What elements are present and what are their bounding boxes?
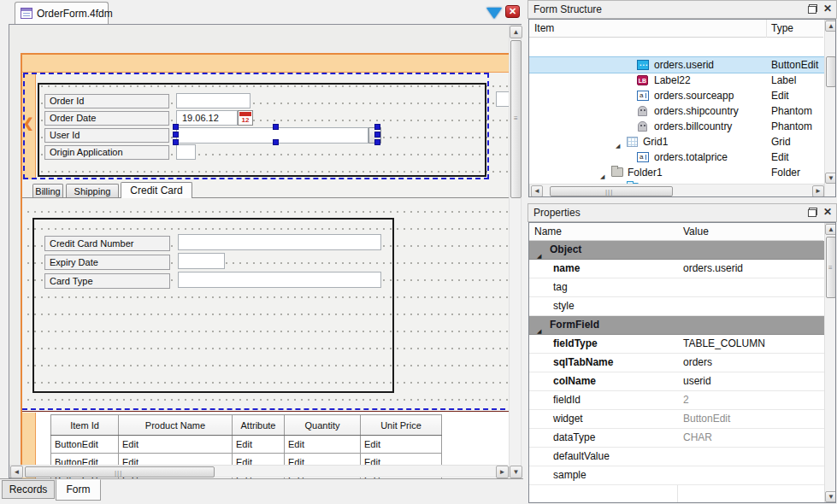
prop-row-sqltabname[interactable]: sqlTabName orders — [529, 354, 824, 372]
selection-handle-n[interactable] — [273, 124, 279, 130]
close-document-button[interactable]: ✕ — [505, 5, 520, 18]
col-quantity[interactable]: Quantity — [285, 415, 361, 436]
selection-handle-ne[interactable] — [374, 124, 380, 130]
prop-group-object[interactable]: ◢ Object — [529, 241, 824, 260]
page-tab-shipping[interactable]: Shipping — [66, 184, 119, 198]
col-attribute[interactable]: Attribute — [233, 415, 285, 436]
cell[interactable]: Edit — [119, 436, 233, 454]
tree-item-orders-totalprice[interactable]: a orders.totalprice Edit — [529, 149, 824, 165]
scroll-down-button[interactable]: ▼ — [510, 466, 522, 478]
col-type[interactable]: Type — [771, 22, 793, 34]
document-tabbar: OrderForm.4fdm ✕ — [0, 0, 523, 24]
scroll-up-button[interactable]: ▲ — [825, 224, 836, 235]
label-card-type[interactable]: Card Type — [44, 273, 170, 289]
col-value[interactable]: Value — [683, 226, 709, 237]
cell[interactable]: ButtonEdit — [51, 436, 119, 454]
tree-item-label22[interactable]: LB Label22 Label — [529, 73, 824, 88]
scroll-down-button[interactable]: ▼ — [825, 491, 836, 502]
prop-row-colname[interactable]: colName userid — [529, 372, 824, 391]
scroll-up-button[interactable]: ▲ — [510, 26, 522, 38]
prop-row-tag[interactable]: tag — [529, 278, 824, 297]
col-unit-price[interactable]: Unit Price — [361, 415, 442, 436]
tree-vscrollbar[interactable]: ▲ ▼ — [824, 20, 836, 197]
prop-row-defaultvalue[interactable]: defaultValue — [529, 448, 824, 466]
field-expiry-date[interactable] — [178, 253, 225, 269]
field-card-type[interactable] — [178, 272, 381, 288]
col-item-id[interactable]: Item Id — [51, 415, 119, 436]
properties-title: Properties — [533, 207, 581, 219]
prop-row-sample[interactable]: sample — [529, 466, 824, 485]
hscroll-thumb[interactable]: ||| — [25, 466, 215, 478]
selection-handle-w[interactable] — [173, 132, 179, 138]
selection-handle-e[interactable] — [374, 132, 380, 138]
page-tab-credit-card[interactable]: Credit Card — [121, 182, 192, 198]
col-item[interactable]: Item — [534, 22, 554, 34]
phantom-icon — [638, 106, 647, 116]
label-icon: LB — [637, 75, 648, 85]
items-table-header-row: Item Id Product Name Attribute Quantity … — [51, 415, 442, 436]
scroll-down-button[interactable]: ▼ — [825, 173, 836, 184]
phantom-icon — [638, 121, 647, 132]
selection-handle-s[interactable] — [273, 139, 279, 145]
scroll-right-button[interactable]: ► — [812, 185, 824, 197]
tree-item-grid1[interactable]: ◢ Grid1 Grid — [529, 134, 824, 149]
tree-item-folder1[interactable]: ◢ Folder1 Folder — [529, 165, 824, 180]
col-product-name[interactable]: Product Name — [119, 415, 233, 436]
close-panel-icon[interactable]: ✕ — [823, 4, 832, 14]
vscroll-thumb[interactable]: ≡ — [510, 40, 522, 198]
label-expiry-date[interactable]: Expiry Date — [44, 255, 170, 270]
scroll-left-button[interactable]: ◄ — [10, 466, 23, 478]
tree-hscrollbar[interactable]: ◄ ||| ► — [529, 184, 824, 197]
prop-row-widget[interactable]: widget ButtonEdit — [529, 410, 824, 429]
form-structure-tree[interactable]: Item Type orders.userid ButtonEdit LB La… — [528, 19, 836, 197]
cell[interactable]: Edit — [285, 436, 361, 454]
prop-row-fieldtype[interactable]: fieldType TABLE_COLUMN — [529, 335, 824, 354]
close-panel-icon[interactable]: ✕ — [823, 208, 832, 217]
properties-vscrollbar[interactable]: ▲ ≡ ▼ — [824, 223, 836, 502]
properties-titlebar: Properties ✕ — [528, 203, 837, 222]
prop-group-formfield[interactable]: ◢ FormField — [529, 316, 824, 335]
page-tab-billing[interactable]: Billing — [32, 184, 63, 198]
scroll-right-button[interactable]: ► — [496, 466, 509, 478]
tree-vscroll-thumb[interactable] — [826, 56, 836, 87]
scroll-up-button[interactable]: ▲ — [825, 21, 836, 32]
float-panel-icon[interactable] — [808, 208, 817, 217]
prop-row-fieldid[interactable]: fieldId 2 — [529, 391, 824, 410]
tab-records[interactable]: Records — [2, 480, 55, 499]
tree-item-orders-shipcountry[interactable]: orders.shipcountry Phantom — [529, 103, 824, 119]
form-top-margin — [22, 55, 514, 73]
cell[interactable]: Edit — [361, 436, 442, 454]
selection-handle-sw[interactable] — [173, 139, 179, 145]
form-structure-title: Form Structure — [533, 3, 602, 15]
view-tabbar: Records Form — [0, 478, 523, 504]
record-selection-dashed-border — [23, 73, 489, 179]
col-name[interactable]: Name — [534, 226, 562, 237]
properties-grid[interactable]: Name Value ◢ Object name orders.userid t… — [528, 222, 836, 503]
tree-item-orders-billcountry[interactable]: orders.billcountry Phantom — [529, 119, 824, 134]
tab-form[interactable]: Form — [56, 479, 101, 501]
tree-columns-header: Item Type — [529, 20, 823, 38]
float-panel-icon[interactable] — [808, 4, 817, 14]
prop-row-datatype[interactable]: dataType CHAR — [529, 429, 824, 448]
properties-columns-header: Name Value — [529, 223, 823, 241]
tree-hscroll-thumb[interactable]: ||| — [550, 186, 673, 196]
document-tab-label: OrderForm.4fdm — [37, 8, 113, 20]
properties-vscroll-thumb[interactable]: ≡ — [826, 237, 836, 298]
scroll-left-button[interactable]: ◄ — [531, 185, 543, 197]
canvas-vscrollbar[interactable]: ▲ ≡ ▼ — [509, 25, 522, 478]
canvas-hscrollbar[interactable]: ◄ ||| ► — [9, 465, 508, 478]
selection-handle-se[interactable] — [374, 139, 380, 145]
tree-item-orders-sourceapp[interactable]: a orders.sourceapp Edit — [529, 88, 824, 103]
form-design-canvas[interactable]: ❮ Order Id Order Date 19.06.12 12 User I… — [9, 24, 522, 478]
tab-list-dropdown-icon[interactable] — [486, 8, 502, 19]
app-window: OrderForm.4fdm ✕ ❮ Order Id Order Date 1… — [0, 0, 837, 504]
document-tab-orderform[interactable]: OrderForm.4fdm — [15, 2, 109, 24]
label-cc-number[interactable]: Credit Card Number — [44, 236, 170, 251]
selection-handle-nw[interactable] — [173, 124, 179, 130]
tree-item-orders-userid[interactable]: orders.userid ButtonEdit — [529, 57, 824, 73]
prop-row-style[interactable]: style — [529, 297, 824, 316]
field-cc-number[interactable] — [178, 234, 381, 250]
grid-icon — [627, 137, 638, 147]
cell[interactable]: Edit — [233, 436, 285, 454]
prop-row-name[interactable]: name orders.userid — [529, 260, 824, 278]
